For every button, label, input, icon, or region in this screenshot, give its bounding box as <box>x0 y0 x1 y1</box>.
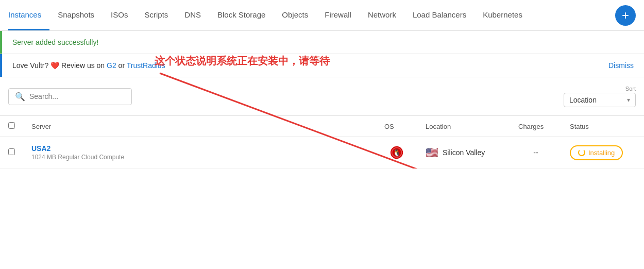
svg-text:🐧: 🐧 <box>393 148 401 157</box>
charges-cell: -- <box>510 137 562 169</box>
info-alert: Love Vultr? ❤️ Review us on G2 or TrustR… <box>0 54 644 77</box>
nav-tab-isos[interactable]: ISOs <box>103 0 136 30</box>
nav-tabs: InstancesSnapshotsISOsScriptsDNSBlock St… <box>8 0 615 30</box>
col-status-header: Status <box>562 116 644 137</box>
os-icon: 🐧 <box>389 145 404 160</box>
os-cell: 🐧 <box>376 137 417 169</box>
col-os-header: OS <box>376 116 417 137</box>
sort-label: Sort <box>625 86 636 92</box>
status-text: Installing <box>588 149 615 157</box>
nav-tab-instances[interactable]: Instances <box>8 0 49 30</box>
dismiss-button[interactable]: Dismiss <box>608 61 634 70</box>
table-body: USA2 1024 MB Regular Cloud Compute 🐧 🇺🇸 … <box>0 137 644 169</box>
country-flag: 🇺🇸 <box>426 146 438 159</box>
trustradius-link[interactable]: TrustRadius <box>127 61 165 70</box>
spinner-icon <box>578 149 585 156</box>
nav-tab-scripts[interactable]: Scripts <box>136 0 176 30</box>
sort-select[interactable]: Location ▾ <box>564 93 636 107</box>
review-text: Review us on <box>61 61 107 70</box>
success-message: Server added successfully! <box>12 38 98 46</box>
status-badge: Installing <box>570 145 623 160</box>
success-alert: Server added successfully! <box>0 31 644 54</box>
col-charges-header: Charges <box>510 116 562 137</box>
nav-tab-block-storage[interactable]: Block Storage <box>209 0 274 30</box>
search-box[interactable]: 🔍 <box>8 88 132 105</box>
nav-tab-kubernetes[interactable]: Kubernetes <box>474 0 531 30</box>
location-cell: 🇺🇸 Silicon Valley <box>417 137 510 169</box>
server-name[interactable]: USA2 <box>31 144 368 153</box>
nav-tab-snapshots[interactable]: Snapshots <box>49 0 103 30</box>
nav-tab-load-balancers[interactable]: Load Balancers <box>404 0 474 30</box>
status-cell: Installing <box>562 137 644 169</box>
g2-link[interactable]: G2 <box>107 61 116 70</box>
row-checkbox[interactable] <box>8 148 15 155</box>
search-icon: 🔍 <box>15 92 25 102</box>
top-nav: InstancesSnapshotsISOsScriptsDNSBlock St… <box>0 0 644 31</box>
location-name: Silicon Valley <box>443 148 485 157</box>
chevron-down-icon: ▾ <box>627 96 630 104</box>
sort-value: Location <box>569 96 597 104</box>
server-description: 1024 MB Regular Cloud Compute <box>31 154 368 161</box>
sort-control: Sort Location ▾ <box>564 86 636 107</box>
instances-table: Server OS Location Charges Status USA2 1… <box>0 115 644 169</box>
server-cell: USA2 1024 MB Regular Cloud Compute <box>23 137 376 169</box>
nav-tab-network[interactable]: Network <box>360 0 404 30</box>
add-button[interactable]: + <box>615 5 636 26</box>
info-alert-content: Love Vultr? ❤️ Review us on G2 or TrustR… <box>12 61 165 70</box>
table-header: Server OS Location Charges Status <box>0 116 644 137</box>
nav-tab-firewall[interactable]: Firewall <box>316 0 360 30</box>
heart-icon: ❤️ <box>50 61 59 70</box>
col-location-header: Location <box>417 116 510 137</box>
select-all-checkbox[interactable] <box>8 122 15 129</box>
col-server-header: Server <box>23 116 376 137</box>
location-wrapper: 🇺🇸 Silicon Valley <box>426 146 502 159</box>
or-text: or <box>118 61 127 70</box>
col-checkbox-header <box>0 116 23 137</box>
search-input[interactable] <box>29 92 125 100</box>
charges-value: -- <box>533 148 538 157</box>
nav-tab-dns[interactable]: DNS <box>176 0 209 30</box>
nav-tab-objects[interactable]: Objects <box>274 0 316 30</box>
love-text: Love Vultr? <box>12 61 50 70</box>
row-checkbox-cell <box>0 137 23 169</box>
toolbar: 🔍 Sort Location ▾ <box>0 77 644 115</box>
table-row: USA2 1024 MB Regular Cloud Compute 🐧 🇺🇸 … <box>0 137 644 169</box>
